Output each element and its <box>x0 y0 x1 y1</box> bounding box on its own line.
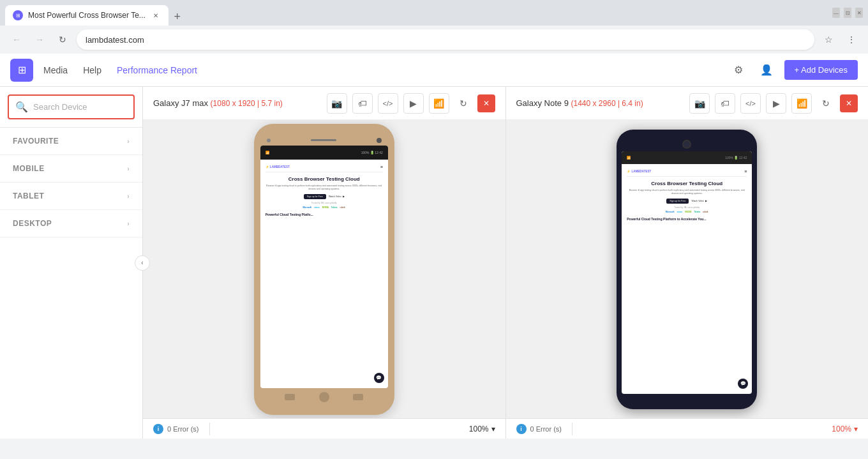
device-name-j7: Galaxy J7 max <box>153 98 208 108</box>
wifi-button-j7[interactable]: 📶 <box>429 93 449 114</box>
sidebar-item-mobile[interactable]: MOBILE › <box>0 155 142 183</box>
chat-button-j7[interactable]: 💬 <box>374 373 384 383</box>
nav-performance-report[interactable]: Performance Report <box>117 65 197 75</box>
zoom-info-j7: 100% ▾ <box>469 425 495 433</box>
error-info-note9: i 0 Error (s) <box>516 424 562 434</box>
search-box: 🔍 <box>0 87 142 128</box>
device-specs-j7: (1080 x 1920 | 5.7 in) <box>211 99 283 108</box>
menu-button[interactable]: ⋮ <box>842 31 860 49</box>
website-logos-j7: Microsoft vimeo NVIDIA Telstra rubrik <box>266 206 383 209</box>
zoom-chevron-note9: ▾ <box>854 425 858 433</box>
app-header: ⊞ Media Help Performance Report ⚙ 👤 + Ad… <box>0 54 868 87</box>
main-layout: 🔍 FAVOURITE › MOBILE › TABLET › DESKTOP … <box>0 87 868 439</box>
new-tab-button[interactable]: + <box>168 8 186 26</box>
restore-button[interactable]: ⊡ <box>844 8 851 18</box>
device-toolbar-j7: 📷 🏷 </> ▶ 📶 ↻ ✕ <box>327 93 495 114</box>
sidebar-menu: FAVOURITE › MOBILE › TABLET › DESKTOP › <box>0 128 142 439</box>
tag-button-j7[interactable]: 🏷 <box>352 93 373 114</box>
device-header-note9: Galaxy Note 9 (1440 x 2960 | 6.4 in) 📷 🏷… <box>506 87 869 120</box>
browser-chrome: ⊞ Most Powerful Cross Browser Te... ✕ + … <box>0 0 868 26</box>
tag-button-note9[interactable]: 🏷 <box>715 93 735 114</box>
header-nav: Media Help Performance Report <box>43 65 728 75</box>
forward-button[interactable]: → <box>31 31 49 49</box>
website-btns-note9: Sign up for Free Watch Video ▶ <box>627 199 747 204</box>
website-hero-j7: Cross Browser Testing Cloud Browser & ap… <box>266 176 383 209</box>
watch-btn-j7: Watch Video ▶ <box>329 195 345 198</box>
close-button-j7[interactable]: ✕ <box>477 94 495 112</box>
sidebar-collapse-button[interactable]: ‹ <box>135 255 150 271</box>
website-btns-j7: Sign up for Free Watch Video ▶ <box>266 194 383 199</box>
close-button-note9[interactable]: ✕ <box>840 94 858 112</box>
refresh-button-note9[interactable]: ↻ <box>817 94 835 112</box>
trust-text-j7: Trusted by 1M+ users globally <box>266 202 383 204</box>
chat-button-note9[interactable]: 💬 <box>738 379 748 389</box>
error-count-j7: 0 Error (s) <box>167 425 199 433</box>
active-tab[interactable]: ⊞ Most Powerful Cross Browser Te... ✕ <box>5 5 168 26</box>
hamburger-j7: ≡ <box>380 165 383 169</box>
reload-button[interactable]: ↻ <box>54 31 71 49</box>
sidebar-item-tablet[interactable]: TABLET › <box>0 183 142 210</box>
address-bar[interactable]: lambdatest.com <box>77 29 814 50</box>
favourite-label: FAVOURITE <box>13 137 59 146</box>
watch-btn-note9: Watch Video ▶ <box>691 200 707 202</box>
add-devices-button[interactable]: + Add Devices <box>784 60 858 80</box>
bookmark-button[interactable]: ☆ <box>819 31 837 49</box>
device-name-note9: Galaxy Note 9 <box>516 98 569 108</box>
website-hero-note9: Cross Browser Testing Cloud Browser & ap… <box>627 181 747 213</box>
code-button-note9[interactable]: </> <box>740 93 761 114</box>
hero-desc-note9: Browser & app testing cloud to perform b… <box>627 189 747 195</box>
bottom-text-j7: Powerful Cloud Testing Platfo... <box>266 213 383 216</box>
desktop-label: DESKTOP <box>13 219 52 228</box>
camera-button-note9[interactable]: 📷 <box>689 93 710 114</box>
refresh-button-j7[interactable]: ↻ <box>454 94 472 112</box>
nav-help[interactable]: Help <box>83 65 101 75</box>
hamburger-note9: ≡ <box>744 169 747 174</box>
error-badge-note9: i <box>516 424 527 434</box>
video-button-j7[interactable]: ▶ <box>403 93 424 114</box>
wifi-button-note9[interactable]: 📶 <box>791 93 812 114</box>
code-button-j7[interactable]: </> <box>378 93 398 114</box>
tab-title: Most Powerful Cross Browser Te... <box>28 11 146 20</box>
browser-tabs: ⊞ Most Powerful Cross Browser Te... ✕ + <box>5 0 186 26</box>
zoom-value-note9: 100% <box>832 425 851 433</box>
device-viewport-note9: 📶 100% 🔋 12:42 ⚡ LAMBDATEST ≡ Cross Brow… <box>506 120 869 418</box>
device-header-j7: Galaxy J7 max (1080 x 1920 | 5.7 in) 📷 🏷… <box>143 87 505 120</box>
user-icon[interactable]: 👤 <box>756 60 777 80</box>
close-window-button[interactable]: ✕ <box>855 8 863 18</box>
website-logo-note9: ⚡ LAMBDATEST <box>627 170 651 173</box>
settings-icon[interactable]: ⚙ <box>728 60 749 80</box>
status-divider-j7 <box>209 423 210 435</box>
back-button[interactable]: ← <box>8 31 26 49</box>
tablet-chevron-icon: › <box>127 193 130 200</box>
desktop-chevron-icon: › <box>127 220 130 227</box>
signup-btn-note9: Sign up for Free <box>666 199 689 204</box>
device-specs-note9: (1440 x 2960 | 6.4 in) <box>571 99 643 108</box>
search-icon: 🔍 <box>15 101 28 113</box>
camera-note9 <box>682 140 691 149</box>
search-input-wrap: 🔍 <box>8 94 135 119</box>
error-count-note9: 0 Error (s) <box>530 425 562 433</box>
nav-media[interactable]: Media <box>43 65 68 75</box>
search-input[interactable] <box>33 102 140 112</box>
hero-title-note9: Cross Browser Testing Cloud <box>627 181 747 187</box>
tab-close-button[interactable]: ✕ <box>151 10 161 20</box>
recent-btn-j7 <box>353 394 363 400</box>
home-btn-j7 <box>319 392 329 402</box>
device-panel-note9: Galaxy Note 9 (1440 x 2960 | 6.4 in) 📷 🏷… <box>506 87 869 439</box>
sidebar-item-favourite[interactable]: FAVOURITE › <box>0 128 142 155</box>
video-button-note9[interactable]: ▶ <box>766 93 786 114</box>
app-logo: ⊞ <box>10 59 33 82</box>
hero-desc-j7: Browser & app testing cloud to perform b… <box>266 184 383 191</box>
status-bar-device-j7: i 0 Error (s) 100% ▾ <box>143 418 505 439</box>
favourite-chevron-icon: › <box>127 138 130 145</box>
zoom-chevron-j7: ▾ <box>491 425 495 433</box>
sidebar-item-desktop[interactable]: DESKTOP › <box>0 210 142 237</box>
mobile-label: MOBILE <box>13 164 45 173</box>
camera-button-j7[interactable]: 📷 <box>327 93 347 114</box>
back-btn-j7 <box>285 394 295 400</box>
minimize-button[interactable]: — <box>832 8 840 18</box>
camera-dot-j7 <box>267 139 271 142</box>
website-nav-note9: ⚡ LAMBDATEST ≡ <box>627 169 747 177</box>
sidebar: 🔍 FAVOURITE › MOBILE › TABLET › DESKTOP … <box>0 87 143 439</box>
status-bar-note9: 📶 100% 🔋 12:42 <box>622 151 752 164</box>
